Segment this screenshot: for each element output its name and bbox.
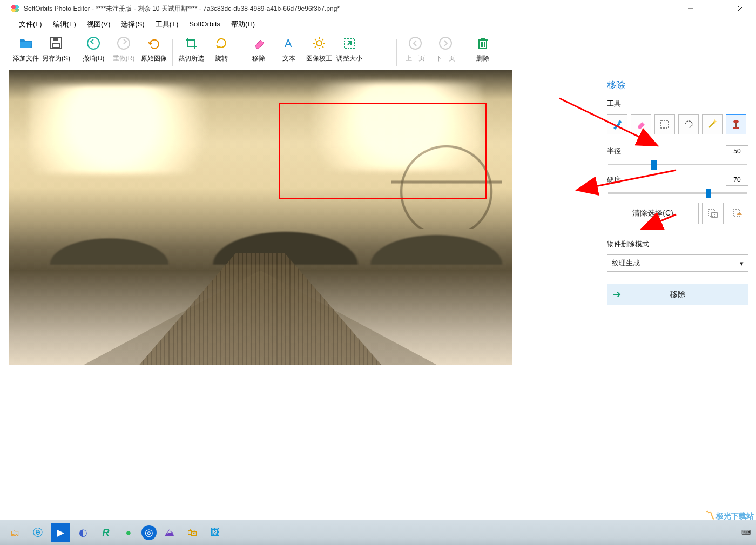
close-button[interactable] (728, 0, 753, 17)
svg-rect-29 (733, 127, 739, 129)
tool-magic-wand[interactable] (702, 114, 723, 134)
selection-rectangle[interactable] (279, 103, 487, 199)
menu-select[interactable]: 选择(S) (116, 18, 150, 31)
tb-label: 下一页 (436, 54, 455, 63)
correction-button[interactable]: 图像校正 (304, 32, 334, 69)
menu-tools[interactable]: 工具(T) (150, 18, 184, 31)
svg-rect-5 (53, 38, 58, 41)
svg-rect-34 (733, 210, 740, 216)
hardness-input[interactable] (726, 174, 748, 186)
app-icon (11, 4, 19, 13)
undo-icon (86, 36, 101, 51)
taskbar-app-circle[interactable]: ◎ (141, 525, 157, 540)
svg-line-16 (322, 46, 323, 48)
taskbar-edge[interactable]: ⓔ (28, 523, 48, 542)
window-title: SoftOrbits Photo Editor - ****未注册版 - 剩余 … (24, 4, 678, 14)
svg-point-20 (409, 37, 421, 49)
tool-lasso[interactable] (678, 114, 699, 134)
chevron-down-icon: ▾ (740, 259, 744, 267)
mode-label: 物件删除模式 (607, 239, 748, 249)
taskbar-app-r[interactable]: R (96, 523, 116, 542)
arrow-right-icon: ➔ (613, 288, 621, 300)
save-sel-icon (707, 208, 718, 218)
delete-button[interactable]: 删除 (468, 32, 498, 69)
original-button[interactable]: 原始图像 (139, 32, 169, 69)
menu-edit[interactable]: 编辑(E) (48, 18, 82, 31)
resize-button[interactable]: 调整大小 (334, 32, 364, 69)
menu-softorbits[interactable]: SoftOrbits (184, 18, 226, 30)
text-button[interactable]: A 文本 (274, 32, 304, 69)
mode-value: 纹理生成 (612, 258, 640, 268)
tb-label: 文本 (282, 54, 295, 63)
taskbar-image[interactable]: 🖼 (205, 523, 225, 542)
watermark: 〽极光下载站 (705, 510, 754, 521)
right-panel: 移除 工具 半径 (599, 70, 756, 520)
taskbar-wechat[interactable]: ● (119, 523, 138, 542)
undo-button[interactable]: 撤消(U) (78, 32, 109, 69)
mode-dropdown[interactable]: 纹理生成 ▾ (607, 254, 748, 272)
tb-label: 裁切所选 (178, 54, 204, 63)
redo-icon (116, 36, 131, 51)
tb-label: 上一页 (406, 54, 425, 63)
trash-icon (475, 36, 490, 51)
menu-bar: 文件(F) 编辑(E) 视图(V) 选择(S) 工具(T) SoftOrbits… (0, 17, 756, 31)
taskbar-file-explorer[interactable]: 🗂 (5, 523, 25, 542)
tb-label: 移除 (252, 54, 265, 63)
tools-label: 工具 (607, 99, 748, 109)
radius-track[interactable] (608, 164, 747, 165)
tb-label: 添加文件 (13, 54, 39, 63)
tb-label: 原始图像 (141, 54, 167, 63)
svg-text:A: A (285, 37, 292, 49)
radius-label: 半径 (607, 146, 621, 156)
hardness-track[interactable] (608, 192, 747, 194)
radius-input[interactable] (726, 145, 748, 157)
save-as-button[interactable]: 另存为(S) (41, 32, 71, 69)
brightness-icon (312, 36, 327, 51)
maximize-button[interactable] (703, 0, 728, 17)
crop-button[interactable]: 裁切所选 (176, 32, 206, 69)
menu-view[interactable]: 视图(V) (82, 18, 116, 31)
tray-keyboard-icon[interactable]: ⌨ (741, 529, 751, 536)
tb-label: 另存为(S) (42, 54, 70, 63)
revert-icon (146, 36, 161, 51)
taskbar-store[interactable]: 🛍 (183, 523, 202, 542)
folder-open-icon (18, 36, 33, 51)
clear-selection-button[interactable]: 清除选择(C) (607, 203, 699, 224)
menu-help[interactable]: 帮助(H) (226, 18, 260, 31)
crop-icon (184, 36, 199, 51)
radius-thumb[interactable] (651, 160, 657, 170)
remove-button[interactable]: 移除 (244, 32, 274, 69)
tb-label: 重做(R) (113, 54, 135, 63)
taskbar-browser[interactable]: ◐ (73, 523, 93, 542)
tool-clone-stamp[interactable] (726, 114, 746, 134)
swirl-icon: 〽 (705, 510, 715, 521)
tb-label: 图像校正 (306, 54, 332, 63)
tool-eraser[interactable] (631, 114, 651, 134)
system-tray[interactable]: ⌨ (741, 529, 751, 536)
menu-file[interactable]: 文件(F) (14, 18, 48, 31)
tool-marker[interactable] (607, 114, 627, 134)
taskbar-app-blue[interactable]: ▶ (51, 523, 70, 542)
prev-page-button: 上一页 (400, 32, 430, 69)
add-file-button[interactable]: 添加文件 (11, 32, 41, 69)
execute-label: 移除 (670, 290, 686, 300)
watermark-text: 极光下载站 (716, 512, 754, 520)
tool-rect-select[interactable] (654, 114, 675, 134)
svg-rect-27 (661, 120, 669, 128)
svg-rect-33 (712, 213, 717, 217)
tb-label: 删除 (476, 54, 489, 63)
taskbar-softorbits[interactable] (228, 523, 247, 542)
tool-row (607, 114, 748, 134)
floppy-icon (49, 36, 64, 51)
save-selection-button[interactable] (702, 203, 724, 224)
minimize-button[interactable] (678, 0, 703, 17)
canvas[interactable] (0, 70, 599, 520)
redo-button: 重做(R) (109, 32, 139, 69)
execute-remove-button[interactable]: ➔ 移除 (607, 284, 748, 305)
load-selection-button[interactable] (727, 203, 748, 224)
rotate-button[interactable]: 旋转 (206, 32, 237, 69)
text-icon: A (281, 36, 296, 51)
hardness-thumb[interactable] (706, 189, 711, 198)
svg-point-21 (440, 37, 451, 49)
taskbar-app-mountain[interactable]: ⛰ (160, 523, 179, 542)
